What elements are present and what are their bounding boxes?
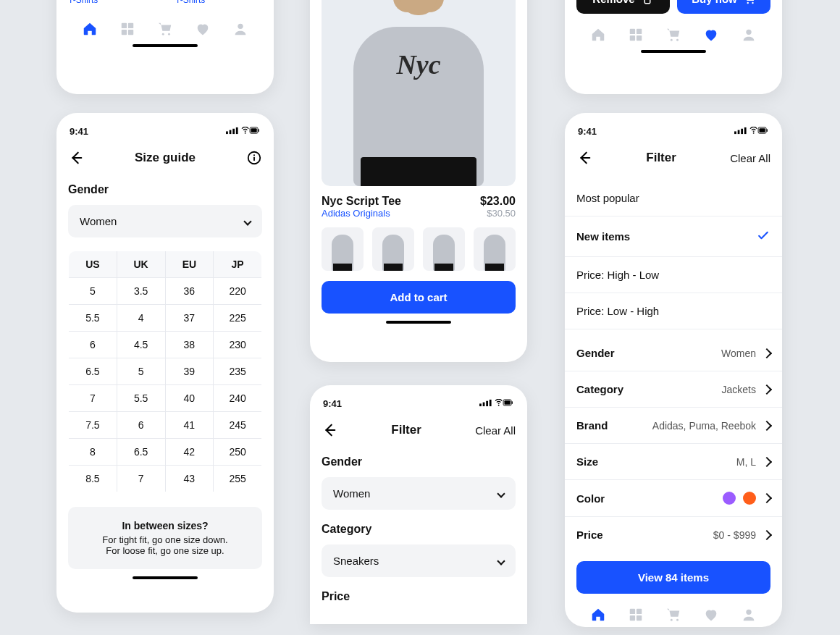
tip-line: For loose fit, go one size up. <box>77 545 253 556</box>
category-value: Sneakers <box>333 555 379 567</box>
product-thumb[interactable] <box>322 227 364 271</box>
chevron-down-icon <box>243 217 251 225</box>
tab-bar <box>576 14 770 43</box>
size-cell: 245 <box>214 412 262 439</box>
product-card-category: T-Shirts <box>68 0 162 5</box>
svg-point-6 <box>238 24 243 29</box>
cart-icon[interactable] <box>665 27 681 43</box>
size-cell: 7.5 <box>69 412 117 439</box>
profile-icon[interactable] <box>232 21 248 37</box>
product-card[interactable]: Classic Crop Tee T-Shirts <box>68 0 162 5</box>
cart-icon[interactable] <box>157 21 173 37</box>
product-thumb[interactable] <box>372 227 414 271</box>
page-title: Size guide <box>135 151 196 165</box>
status-bar: 9:41 <box>322 394 516 418</box>
svg-point-26 <box>747 2 748 4</box>
page-title: Filter <box>391 423 421 437</box>
cart-icon <box>743 0 756 5</box>
check-icon <box>756 228 770 243</box>
size-cell: 7 <box>117 466 165 492</box>
add-to-cart-button[interactable]: Add to cart <box>322 281 516 314</box>
size-guide-phone: 9:41 Size guide Gender Women USUKEUJP 53… <box>56 113 274 613</box>
svg-rect-24 <box>504 400 510 405</box>
back-button[interactable] <box>322 422 337 438</box>
status-time: 9:41 <box>323 398 342 409</box>
sort-option[interactable]: New items <box>565 216 782 257</box>
back-button[interactable] <box>68 150 84 166</box>
size-row: 64.538230 <box>69 332 262 358</box>
gender-select[interactable]: Women <box>322 477 516 510</box>
home-icon[interactable] <box>590 607 606 623</box>
size-row: 53.536220 <box>69 278 262 305</box>
home-indicator <box>133 576 198 579</box>
cart-icon[interactable] <box>665 607 681 623</box>
heart-icon[interactable] <box>703 607 719 623</box>
sort-option[interactable]: Price: Low - High <box>565 293 782 329</box>
svg-point-27 <box>752 2 753 4</box>
svg-rect-3 <box>128 30 133 35</box>
filter-value: Adidas, Puma, Reebok <box>652 420 756 432</box>
filter-row-color[interactable]: Color <box>565 480 782 517</box>
color-swatch <box>723 492 736 505</box>
buy-now-button[interactable]: Buy now <box>677 0 770 14</box>
size-row: 7.5641245 <box>69 412 262 439</box>
profile-icon[interactable] <box>741 607 757 623</box>
svg-rect-45 <box>630 615 635 621</box>
filter-row-brand[interactable]: Brand Adidas, Puma, Reebok <box>565 408 782 444</box>
size-cell: 39 <box>165 358 214 385</box>
clear-all-button[interactable]: Clear All <box>475 424 516 437</box>
heart-icon[interactable] <box>195 21 211 37</box>
back-button[interactable] <box>576 150 592 166</box>
page-title: Filter <box>646 151 676 165</box>
size-col-header: US <box>69 251 117 278</box>
remove-button[interactable]: Remove <box>576 0 670 14</box>
home-icon[interactable] <box>82 21 98 37</box>
heart-icon[interactable] <box>703 27 719 43</box>
sort-option[interactable]: Price: High - Low <box>565 257 782 293</box>
product-price: $23.00 <box>480 195 516 208</box>
filter-basic-phone: 9:41 Filter Clear All Gender Women Categ… <box>310 385 527 624</box>
grid-icon[interactable] <box>119 21 135 37</box>
filter-value: Jackets <box>722 384 756 395</box>
clear-all-button[interactable]: Clear All <box>730 152 770 164</box>
product-thumb[interactable] <box>474 227 516 271</box>
size-col-header: JP <box>214 251 262 278</box>
sort-label: New items <box>576 230 630 243</box>
size-cell: 8 <box>69 439 117 466</box>
info-button[interactable] <box>246 150 262 166</box>
page-header: Size guide <box>68 146 262 177</box>
gender-select[interactable]: Women <box>68 205 262 237</box>
filter-label: Size <box>576 455 598 468</box>
product-image[interactable]: Nyc <box>322 0 516 186</box>
profile-icon[interactable] <box>741 27 757 43</box>
sort-option[interactable]: Most popular <box>565 180 782 216</box>
product-brand[interactable]: Adidas Originals <box>322 208 401 219</box>
size-col-header: EU <box>165 251 214 278</box>
product-info: Nyc Script Tee Adidas Originals $23.00 $… <box>322 195 516 219</box>
filter-row-price[interactable]: Price $0 - $999 <box>565 517 782 552</box>
nyc-logo: Nyc <box>396 49 440 80</box>
category-select[interactable]: Sneakers <box>322 544 516 577</box>
filter-label: Brand <box>576 419 608 432</box>
price-label: Price <box>322 590 516 603</box>
svg-rect-10 <box>236 127 238 134</box>
color-swatch <box>743 492 756 505</box>
svg-rect-1 <box>128 23 133 28</box>
filter-row-gender[interactable]: Gender Women <box>565 335 782 371</box>
size-cell: 5 <box>69 278 117 305</box>
view-items-button[interactable]: View 84 items <box>576 561 770 594</box>
svg-rect-17 <box>253 157 255 161</box>
home-icon[interactable] <box>590 27 606 43</box>
product-old-price: $30.50 <box>480 208 516 219</box>
grid-icon[interactable] <box>628 607 644 623</box>
svg-rect-38 <box>744 127 747 134</box>
product-card[interactable]: Cardio Knit Tee T-Shirts <box>175 0 262 5</box>
grid-icon[interactable] <box>628 27 644 43</box>
status-time: 9:41 <box>70 126 88 137</box>
filter-row-size[interactable]: Size M, L <box>565 444 782 480</box>
product-thumb[interactable] <box>423 227 465 271</box>
product-card-category: T-Shirts <box>175 0 262 5</box>
filter-row-category[interactable]: Category Jackets <box>565 371 782 408</box>
svg-rect-35 <box>734 131 736 134</box>
trash-icon <box>641 0 654 5</box>
